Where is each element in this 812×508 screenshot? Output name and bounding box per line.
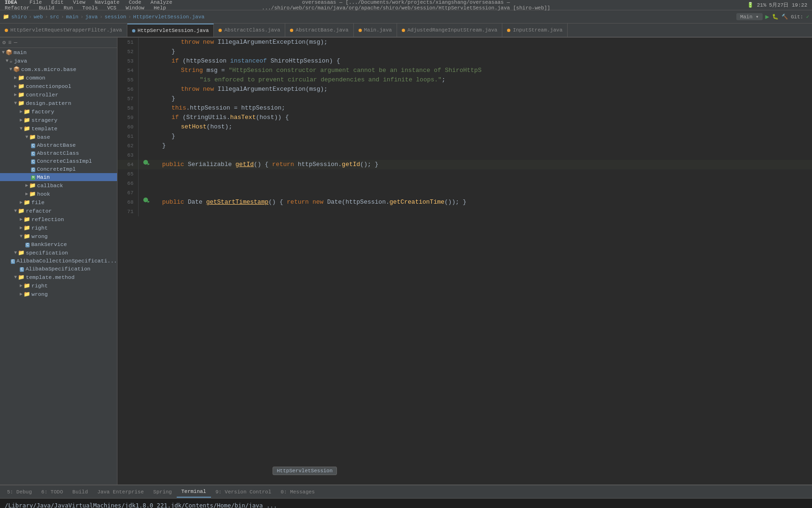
sidebar-item-template[interactable]: ▼ 📁 template [0, 124, 117, 133]
menu-view[interactable]: View [73, 0, 85, 5]
tab-adjustedrangeinputstream[interactable]: AdjustedRangeInputStream.java [397, 24, 502, 37]
debug-button[interactable]: 🐛 [772, 14, 779, 20]
sidebar-item-main-top[interactable]: ▼ 📦 main [0, 48, 117, 56]
sidebar-expand-icon[interactable]: ≡ [8, 40, 11, 46]
sidebar-item-main-selected[interactable]: M Main [0, 173, 117, 181]
tab-httpservletsession[interactable]: HttpServletSession.java [127, 24, 214, 37]
run-button[interactable]: ▶ [765, 13, 769, 21]
arrow-icon: ▼ [14, 250, 17, 255]
sidebar-item-abstractbase[interactable]: C AbstractBase [0, 141, 117, 149]
tab-icon-5 [359, 29, 362, 32]
menu-refactor[interactable]: Refactor [5, 5, 30, 11]
menu-build[interactable]: Build [39, 5, 55, 11]
breadcrumb-main[interactable]: main [66, 14, 78, 20]
sidebar-item-bankservice[interactable]: C BankService [0, 240, 117, 248]
code-editor[interactable]: 51 throw new IllegalArgumentException(ms… [117, 38, 812, 484]
menu-tools[interactable]: Tools [82, 5, 98, 11]
class-icon: C [31, 150, 35, 156]
sidebar-item-label: stragery [31, 117, 57, 123]
editor-tabs: HttpServletRequestWrapperFilter.java Htt… [0, 24, 812, 38]
sidebar-close-icon[interactable]: — [14, 40, 17, 46]
sidebar-item-specification[interactable]: ▼ 📁 specification [0, 248, 117, 257]
arrow-icon: ▶ [20, 199, 23, 205]
terminal-tab-build[interactable]: Build [68, 486, 93, 498]
arrow-icon: ▶ [25, 191, 28, 197]
sidebar-item-alibabacollection[interactable]: C AlibabaCollectionSpecificati... [0, 257, 117, 265]
sidebar-item-label: reflection [31, 216, 64, 222]
sidebar-item-cxsmicrobase[interactable]: ▼ 📦 com.xs.micro.base [0, 65, 117, 73]
sidebar-item-connectionpool[interactable]: ▶ 📁 connectionpool [0, 82, 117, 90]
terminal-tab-messages[interactable]: 0: Messages [276, 486, 320, 498]
menu-code[interactable]: Code [129, 0, 141, 5]
sidebar-item-label: refactor [26, 208, 52, 214]
sidebar-item-java[interactable]: ▼ ☕ java [0, 56, 117, 65]
terminal-tab-spring[interactable]: Spring [148, 486, 177, 498]
terminal-tab-versioncontrol[interactable]: 9: Version Control [211, 486, 276, 498]
tab-icon-4 [290, 29, 293, 32]
menu-analyze[interactable]: Analyze [150, 0, 172, 5]
breadcrumb-web[interactable]: web [34, 14, 43, 20]
main-layout: ⚙ ≡ — ▼ 📦 main ▼ ☕ java ▼ 📦 com.xs.micro… [0, 38, 812, 484]
menu-vcs[interactable]: VCS [107, 5, 117, 11]
sidebar-item-common[interactable]: ▶ 📁 common [0, 73, 117, 82]
sidebar-item-wrong2[interactable]: ▶ 📁 wrong [0, 290, 117, 298]
arrow-icon: ▶ [20, 117, 23, 123]
sidebar-settings-icon[interactable]: ⚙ [2, 39, 6, 46]
menu-help[interactable]: Help [154, 5, 166, 11]
menu-file[interactable]: File [30, 0, 42, 5]
sidebar-item-concreteimpl[interactable]: C ConcreteImpl [0, 165, 117, 173]
sidebar-item-label: base [37, 134, 50, 140]
sidebar-item-template-method[interactable]: ▼ 📁 template.method [0, 273, 117, 281]
menu-run[interactable]: Run [63, 5, 73, 11]
breadcrumb-session[interactable]: session [105, 14, 126, 20]
folder-icon: 📁 [29, 190, 36, 197]
terminal-tab-javaenterprise[interactable]: Java Enterprise [93, 486, 148, 498]
menu-window[interactable]: Window [126, 5, 145, 11]
build-button[interactable]: 🔨 [781, 14, 788, 20]
sidebar-item-stragery[interactable]: ▶ 📁 stragery [0, 116, 117, 124]
terminal-tab-terminal[interactable]: Terminal [177, 486, 211, 498]
sidebar-item-right2[interactable]: ▶ 📁 right [0, 281, 117, 290]
tab-label-7: InputStream.java [513, 27, 562, 33]
class-icon: C [11, 258, 15, 264]
code-content: 51 throw new IllegalArgumentException(ms… [117, 38, 812, 484]
breadcrumb-java[interactable]: java [85, 14, 97, 20]
sidebar-item-hook[interactable]: ▶ 📁 hook [0, 190, 117, 198]
sidebar-item-base[interactable]: ▼ 📁 base [0, 133, 117, 141]
sidebar-item-label: AbstractClass [37, 150, 79, 156]
sidebar-item-label: template [31, 126, 57, 132]
sidebar-item-factory[interactable]: ▶ 📁 factory [0, 107, 117, 116]
breakpoint-64: ▶ [143, 160, 148, 165]
project-sidebar: ⚙ ≡ — ▼ 📦 main ▼ ☕ java ▼ 📦 com.xs.micro… [0, 38, 117, 484]
tab-main[interactable]: Main.java [354, 24, 397, 37]
main-dropdown[interactable]: Main ▾ [736, 13, 763, 20]
terminal-tab-todo[interactable]: 6: TODO [37, 486, 68, 498]
sidebar-item-alibabaspecification[interactable]: C AlibabaSpecification [0, 265, 117, 273]
arrow-icon: ▶ [14, 75, 17, 80]
folder-icon: 📁 [23, 216, 30, 222]
sidebar-item-design-pattern[interactable]: ▼ 📁 design.pattern [0, 99, 117, 107]
datetime: 5月27日 19:22 [769, 1, 807, 8]
code-line-66: 66 [117, 179, 812, 188]
sidebar-item-concreteclassimpl[interactable]: C ConcreteClassImpl [0, 157, 117, 165]
menu-navigate[interactable]: Navigate [94, 0, 119, 5]
window-title: overseasaas — [.../Documents/work/projec… [205, 0, 607, 11]
menu-edit[interactable]: Edit [51, 0, 63, 5]
sidebar-item-right[interactable]: ▶ 📁 right [0, 223, 117, 232]
terminal-tab-debug[interactable]: 5: Debug [2, 486, 37, 498]
breadcrumb-file[interactable]: HttpServletSession.java [133, 14, 204, 20]
tab-abstractbase[interactable]: AbstractBase.java [285, 24, 353, 37]
sidebar-item-controller[interactable]: ▶ 📁 controller [0, 90, 117, 99]
breadcrumb-shiro[interactable]: shiro [11, 14, 27, 20]
tab-abstractclass[interactable]: AbstractClass.java [214, 24, 285, 37]
breadcrumb-src[interactable]: src [50, 14, 59, 20]
sidebar-item-file[interactable]: ▶ 📁 file [0, 198, 117, 206]
sidebar-item-wrong[interactable]: ▼ 📁 wrong [0, 232, 117, 240]
tab-httpservletrequestwrapperfilter[interactable]: HttpServletRequestWrapperFilter.java [0, 24, 127, 37]
tab-inputstream[interactable]: InputStream.java [502, 24, 568, 37]
sidebar-item-abstractclass[interactable]: C AbstractClass [0, 149, 117, 157]
sidebar-item-callback[interactable]: ▶ 📁 callback [0, 181, 117, 190]
sidebar-item-refactor[interactable]: ▼ 📁 refactor [0, 206, 117, 215]
sidebar-item-reflection[interactable]: ▶ 📁 reflection [0, 215, 117, 223]
sidebar-item-label: right [31, 225, 48, 231]
